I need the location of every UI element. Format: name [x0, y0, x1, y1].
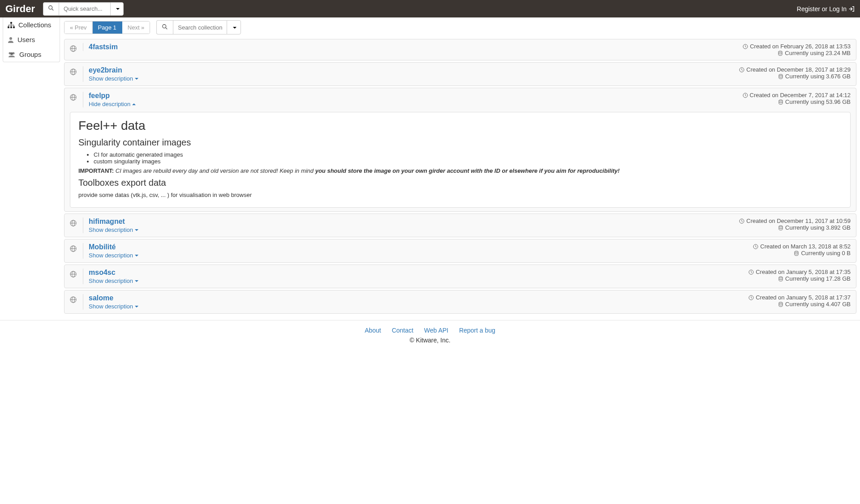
pagination-next[interactable]: Next » [122, 21, 150, 34]
svg-point-0 [49, 6, 52, 9]
svg-rect-4 [10, 26, 12, 28]
description-content: Feel++ data Singularity container images… [70, 112, 851, 208]
collection-item: hifimagnet Show description Created on D… [64, 214, 856, 237]
collection-name-link[interactable]: hifimagnet [89, 218, 739, 226]
svg-line-11 [166, 27, 168, 29]
quick-search-input[interactable] [59, 2, 110, 16]
search-icon [162, 24, 168, 30]
description-toggle[interactable]: Show description [89, 303, 138, 310]
collection-name-link[interactable]: mso4sc [89, 269, 748, 277]
toolbar: « Prev Page 1 Next » [64, 20, 856, 34]
auth-or: or [822, 5, 827, 13]
storage-size: Currently using 3.676 GB [739, 73, 851, 80]
public-icon [70, 220, 77, 228]
public-icon [70, 296, 77, 304]
storage-size: Currently using 17.28 GB [748, 275, 851, 282]
svg-point-26 [779, 100, 783, 101]
collection-search-dropdown[interactable] [227, 20, 241, 34]
svg-line-1 [52, 9, 54, 11]
collection-name-link[interactable]: 4fastsim [89, 43, 743, 51]
created-date: Created on January 5, 2018 at 17:35 [748, 269, 851, 275]
sidebar-item-label: Users [17, 36, 35, 43]
desc-subheading: Singularity container images [78, 137, 842, 148]
storage-size: Currently using 4.407 GB [748, 301, 851, 308]
database-icon [778, 51, 783, 56]
database-icon [794, 251, 799, 256]
collection-name-link[interactable]: salome [89, 294, 748, 302]
storage-size: Currently using 23.24 MB [743, 50, 851, 56]
sidebar-item-collections[interactable]: Collections [3, 17, 60, 32]
created-date: Created on December 7, 2017 at 14:12 [743, 92, 851, 98]
footer-links: About Contact Web API Report a bug [0, 327, 860, 334]
main-content: « Prev Page 1 Next » 4fastsim Created on… [64, 17, 856, 314]
sidebar-item-label: Collections [18, 21, 51, 29]
collection-name-link[interactable]: eye2brain [89, 66, 739, 74]
svg-point-41 [779, 277, 783, 278]
collection-item: 4fastsim Created on February 26, 2018 at… [64, 39, 856, 60]
footer-link-report[interactable]: Report a bug [459, 327, 495, 334]
desc-paragraph: provide some datas (vtk.js, csv, ... ) f… [78, 192, 842, 198]
storage-size: Currently using 53.96 GB [743, 98, 851, 105]
pagination-current[interactable]: Page 1 [93, 21, 122, 34]
collection-item: mso4sc Show description Created on Janua… [64, 265, 856, 288]
logo[interactable]: Girder [5, 3, 35, 15]
globe-icon [70, 245, 77, 252]
globe-icon [70, 271, 77, 278]
header: Girder Register or Log In [0, 0, 860, 17]
footer-link-webapi[interactable]: Web API [424, 327, 448, 334]
login-link[interactable]: Log In [829, 5, 855, 13]
caret-down-icon [135, 255, 138, 256]
footer-link-contact[interactable]: Contact [392, 327, 413, 334]
clock-icon [753, 244, 758, 249]
public-icon [70, 245, 77, 253]
desc-subheading: Toolboxes export data [78, 178, 842, 188]
collection-item: feelpp Hide description Created on Decem… [64, 88, 856, 212]
collection-name-link[interactable]: Mobilité [89, 243, 753, 251]
globe-icon [70, 94, 77, 101]
copyright: © Kitware, Inc. [0, 337, 860, 344]
globe-icon [70, 45, 77, 52]
description-toggle[interactable]: Show description [89, 226, 138, 233]
register-link[interactable]: Register [797, 5, 820, 13]
description-toggle[interactable]: Hide description [89, 101, 136, 107]
search-icon [48, 5, 54, 11]
caret-down-icon [135, 78, 138, 80]
group-icon [8, 51, 16, 58]
svg-point-10 [163, 24, 166, 28]
sidebar: Collections Users Groups [3, 17, 60, 62]
created-date: Created on December 18, 2017 at 18:29 [739, 66, 851, 73]
globe-icon [70, 296, 77, 303]
public-icon [70, 68, 77, 77]
collection-search-input[interactable] [173, 20, 227, 34]
quick-search-dropdown[interactable] [110, 2, 124, 16]
clock-icon [739, 67, 744, 73]
description-toggle[interactable]: Show description [89, 75, 138, 82]
caret-down-icon [135, 306, 138, 308]
collection-search-button[interactable] [156, 20, 173, 34]
storage-size: Currently using 0 B [753, 250, 851, 256]
quick-search-button[interactable] [43, 2, 59, 16]
clock-icon [739, 218, 744, 224]
created-date: Created on December 11, 2017 at 10:59 [739, 218, 851, 224]
public-icon [70, 271, 77, 279]
database-icon [778, 276, 783, 282]
login-icon [848, 6, 855, 12]
svg-point-46 [779, 302, 783, 303]
description-toggle[interactable]: Show description [89, 278, 138, 284]
created-date: Created on January 5, 2018 at 17:37 [748, 294, 851, 301]
svg-point-36 [795, 251, 798, 252]
collection-search-group [156, 20, 241, 34]
collection-name-link[interactable]: feelpp [89, 92, 743, 100]
svg-point-6 [9, 37, 12, 40]
footer-link-about[interactable]: About [365, 327, 381, 334]
caret-down-icon [233, 27, 236, 29]
desc-list-item: CI for automatic generated images [94, 151, 842, 158]
clock-icon [748, 269, 754, 275]
description-toggle[interactable]: Show description [89, 252, 138, 259]
clock-icon [743, 44, 748, 49]
public-icon [70, 45, 77, 53]
sidebar-item-groups[interactable]: Groups [3, 47, 60, 62]
sidebar-item-users[interactable]: Users [3, 32, 60, 47]
desc-heading: Feel++ data [78, 119, 842, 133]
pagination-prev[interactable]: « Prev [64, 21, 93, 34]
